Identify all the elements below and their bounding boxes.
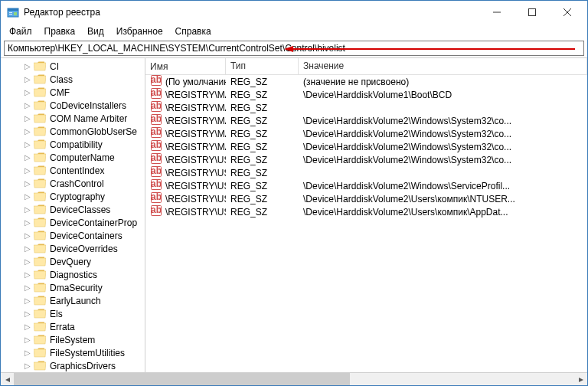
tree-node[interactable]: ▷CMF (4, 86, 145, 99)
tree-node[interactable]: ▷GraphicsDrivers (4, 359, 145, 372)
scroll-thumb[interactable] (14, 373, 350, 386)
value-row[interactable]: ab\REGISTRY\USE...REG_SZ\Device\Harddisk… (145, 153, 587, 166)
menu-edit[interactable]: Правка (39, 25, 81, 38)
folder-icon (34, 100, 46, 111)
tree-label: Errata (48, 322, 77, 332)
col-type[interactable]: Тип (226, 58, 299, 74)
tree-node[interactable]: ▷DeviceClasses (4, 203, 145, 216)
value-row[interactable]: ab\REGISTRY\MA...REG_SZ\Device\HarddiskV… (145, 88, 587, 101)
minimize-button[interactable] (482, 1, 517, 24)
value-type: REG_SZ (226, 103, 299, 113)
scroll-left-button[interactable]: ◂ (1, 373, 14, 386)
tree-node[interactable]: ▷CrashControl (4, 177, 145, 190)
value-row[interactable]: ab\REGISTRY\MA...REG_SZ\Device\HarddiskV… (145, 140, 587, 153)
close-button[interactable] (552, 1, 587, 24)
menubar: Файл Правка Вид Избранное Справка (1, 24, 587, 39)
expand-icon[interactable]: ▷ (22, 348, 33, 358)
value-type: REG_SZ (226, 77, 299, 87)
folder-icon (34, 348, 46, 358)
tree-node[interactable]: ▷Diagnostics (4, 268, 145, 281)
menu-view[interactable]: Вид (82, 25, 109, 38)
value-type: REG_SZ (226, 168, 299, 178)
folder-icon (34, 191, 46, 202)
folder-icon (34, 126, 46, 137)
menu-help[interactable]: Справка (170, 25, 217, 38)
value-data: \Device\HarddiskVolume2\Users\компик\NTU… (299, 194, 587, 204)
expand-icon[interactable]: ▷ (22, 204, 33, 215)
tree-node[interactable]: ▷EarlyLaunch (4, 294, 145, 307)
expand-icon[interactable]: ▷ (22, 231, 33, 241)
tree-pane[interactable]: ▷CI▷Class▷CMF▷CoDeviceInstallers▷COM Nam… (1, 58, 145, 372)
tree-node[interactable]: ▷Class (4, 73, 145, 86)
col-name[interactable]: Имя (145, 58, 226, 74)
values-pane[interactable]: Имя Тип Значение ab(По умолчанию)REG_SZ(… (145, 58, 587, 372)
tree-label: CrashControl (48, 178, 106, 189)
expand-icon[interactable]: ▷ (22, 335, 33, 345)
expand-icon[interactable]: ▷ (22, 152, 33, 163)
tree-node[interactable]: ▷ComputerName (4, 151, 145, 164)
expand-icon[interactable]: ▷ (22, 244, 33, 254)
col-value[interactable]: Значение (299, 58, 587, 74)
expand-icon[interactable]: ▷ (22, 139, 33, 150)
scroll-right-button[interactable]: ▸ (574, 373, 587, 386)
maximize-button[interactable] (517, 1, 552, 24)
menu-file[interactable]: Файл (4, 25, 38, 38)
tree-node[interactable]: ▷DevQuery (4, 255, 145, 268)
tree-node[interactable]: ▷CoDeviceInstallers (4, 99, 145, 112)
tree-node[interactable]: ▷ContentIndex (4, 164, 145, 177)
expand-icon[interactable]: ▷ (22, 74, 33, 85)
expand-icon[interactable]: ▷ (22, 296, 33, 306)
tree-node[interactable]: ▷COM Name Arbiter (4, 112, 145, 125)
value-name: \REGISTRY\MA... (165, 142, 226, 152)
tree-node[interactable]: ▷CommonGlobUserSe (4, 125, 145, 138)
svg-text:ab: ab (151, 74, 162, 85)
expand-icon[interactable]: ▷ (22, 178, 33, 189)
tree-node[interactable]: ▷DeviceContainers (4, 229, 145, 242)
expand-icon[interactable]: ▷ (22, 100, 33, 111)
tree-node[interactable]: ▷Errata (4, 320, 145, 333)
horizontal-scrollbar[interactable]: ◂ ▸ (1, 372, 587, 385)
expand-icon[interactable]: ▷ (22, 322, 33, 332)
expand-icon[interactable]: ▷ (22, 257, 33, 267)
value-row[interactable]: ab\REGISTRY\MA...REG_SZ\Device\HarddiskV… (145, 127, 587, 140)
scroll-track[interactable] (14, 373, 574, 386)
value-row[interactable]: ab\REGISTRY\USE...REG_SZ (145, 166, 587, 179)
address-input[interactable] (4, 41, 584, 56)
tree-node[interactable]: ▷FileSystemUtilities (4, 346, 145, 359)
tree-node[interactable]: ▷DeviceOverrides (4, 242, 145, 255)
tree-label: ComputerName (48, 152, 116, 163)
expand-icon[interactable]: ▷ (22, 113, 33, 124)
value-row[interactable]: ab\REGISTRY\USE...REG_SZ\Device\Harddisk… (145, 192, 587, 205)
svg-rect-2 (9, 12, 12, 13)
titlebar[interactable]: Редактор реестра (1, 1, 587, 24)
menu-favorites[interactable]: Избранное (111, 25, 168, 38)
value-row[interactable]: ab\REGISTRY\USE...REG_SZ\Device\Harddisk… (145, 179, 587, 192)
expand-icon[interactable]: ▷ (22, 309, 33, 319)
tree-label: CMF (48, 87, 71, 98)
value-type: REG_SZ (226, 129, 299, 139)
expand-icon[interactable]: ▷ (22, 283, 33, 293)
folder-icon (34, 152, 46, 163)
expand-icon[interactable]: ▷ (22, 126, 33, 137)
tree-node[interactable]: ▷FileSystem (4, 333, 145, 346)
tree-node[interactable]: ▷Compatibility (4, 138, 145, 151)
value-row[interactable]: ab\REGISTRY\MA...REG_SZ (145, 101, 587, 114)
expand-icon[interactable]: ▷ (22, 191, 33, 202)
expand-icon[interactable]: ▷ (22, 87, 33, 98)
value-row[interactable]: ab\REGISTRY\USE...REG_SZ\Device\Harddisk… (145, 205, 587, 218)
svg-text:ab: ab (151, 191, 162, 202)
tree-node[interactable]: ▷DeviceContainerProp (4, 216, 145, 229)
value-row[interactable]: ab\REGISTRY\MA...REG_SZ\Device\HarddiskV… (145, 114, 587, 127)
tree-node[interactable]: ▷CI (4, 60, 145, 73)
tree-node[interactable]: ▷Els (4, 307, 145, 320)
expand-icon[interactable]: ▷ (22, 218, 33, 228)
tree-node[interactable]: ▷DmaSecurity (4, 281, 145, 294)
value-type: REG_SZ (226, 181, 299, 191)
expand-icon[interactable]: ▷ (22, 270, 33, 280)
expand-icon[interactable]: ▷ (22, 61, 33, 72)
tree-node[interactable]: ▷Cryptography (4, 190, 145, 203)
expand-icon[interactable]: ▷ (22, 165, 33, 176)
value-row[interactable]: ab(По умолчанию)REG_SZ(значение не присв… (145, 75, 587, 88)
folder-icon (34, 61, 46, 72)
expand-icon[interactable]: ▷ (22, 361, 33, 371)
